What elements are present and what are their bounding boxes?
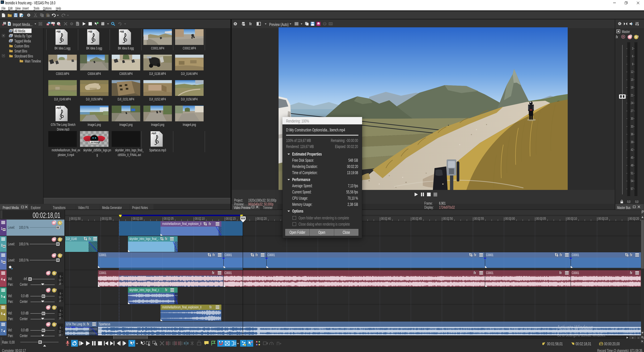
svg-text:.ogg: .ogg: [88, 29, 92, 33]
svg-text:.mp3: .mp3: [151, 131, 156, 135]
svg-text:fx: fx: [76, 23, 78, 26]
svg-text:.ogg: .ogg: [56, 29, 60, 33]
svg-text:!: !: [56, 322, 57, 325]
svg-text:HDR: HDR: [329, 23, 332, 25]
svg-text:4: 4: [1, 277, 2, 281]
svg-text:S: S: [53, 323, 55, 326]
svg-text:!: !: [56, 288, 57, 291]
svg-text:!: !: [56, 271, 57, 274]
svg-text:2: 2: [1, 243, 2, 247]
svg-text:S: S: [53, 272, 55, 275]
svg-text:V: V: [1, 1, 3, 3]
svg-text:.ogg: .ogg: [120, 29, 124, 33]
svg-text:S: S: [53, 306, 55, 309]
svg-text:.mp3: .mp3: [56, 106, 61, 109]
svg-text:S: S: [59, 238, 61, 241]
svg-text:!: !: [638, 35, 639, 38]
svg-text:!: !: [56, 305, 57, 308]
svg-text:S: S: [53, 289, 55, 292]
svg-text:3: 3: [1, 259, 2, 263]
svg-text:S: S: [59, 254, 61, 257]
svg-text:1: 1: [1, 227, 2, 231]
svg-text:5: 5: [1, 294, 2, 298]
svg-text:!: !: [62, 221, 62, 224]
svg-text:18: 18: [3, 3, 4, 4]
svg-text:7: 7: [1, 329, 2, 333]
svg-text:6: 6: [1, 312, 2, 316]
svg-text:S: S: [635, 35, 637, 39]
svg-text:!: !: [62, 237, 62, 240]
svg-text:360: 360: [324, 23, 326, 25]
svg-text:!: !: [62, 253, 62, 256]
svg-text:S: S: [59, 221, 61, 225]
svg-text:R: R: [622, 36, 624, 38]
svg-text:SKYRIDER: SKYRIDER: [91, 141, 100, 143]
